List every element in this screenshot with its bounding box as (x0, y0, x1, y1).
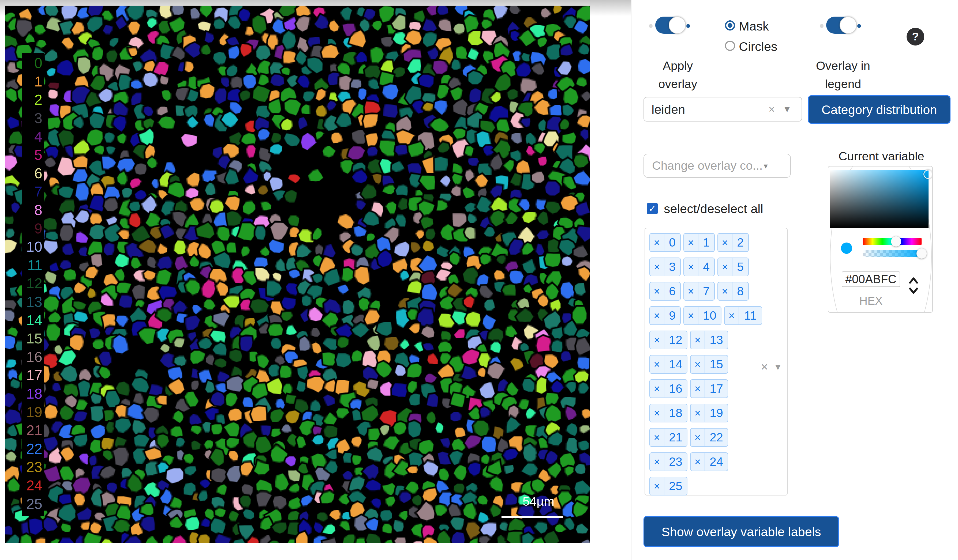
saturation-handle[interactable] (923, 170, 933, 179)
chip-remove-icon[interactable]: × (691, 331, 705, 349)
chip-remove-icon[interactable]: × (691, 453, 705, 471)
chip-value[interactable]: 3 (665, 258, 680, 276)
chip-value[interactable]: 7 (698, 282, 714, 300)
hex-mode-label: HEX (842, 294, 900, 307)
chip-value[interactable]: 14 (665, 356, 687, 373)
overlay-variable-select[interactable]: leiden × ▼ (644, 97, 802, 122)
chip-remove-icon[interactable]: × (691, 404, 705, 422)
chip-remove-icon[interactable]: × (691, 356, 705, 373)
category-chip: ×19 (690, 404, 728, 422)
saturation-square[interactable] (830, 170, 928, 228)
chip-remove-icon[interactable]: × (650, 258, 665, 276)
image-viewer: 0123456789101112131415161718192122232425… (5, 6, 590, 543)
legend-item: 0 (14, 54, 42, 72)
chip-value[interactable]: 19 (705, 404, 728, 422)
mask-radio[interactable] (725, 21, 735, 30)
category-chip: ×0 (649, 233, 681, 252)
chip-value[interactable]: 12 (665, 331, 687, 349)
legend-item: 17 (14, 366, 42, 384)
hex-stepper-buttons[interactable] (909, 276, 918, 297)
chip-remove-icon[interactable]: × (650, 404, 665, 422)
chip-value[interactable]: 2 (733, 234, 748, 252)
chip-remove-icon[interactable]: × (684, 282, 698, 300)
select-all-checkbox[interactable]: ✓ (647, 203, 658, 214)
chip-remove-icon[interactable]: × (650, 380, 665, 397)
select-all-label[interactable]: select/deselect all (664, 201, 763, 216)
chip-remove-icon[interactable]: × (650, 453, 665, 471)
chip-value[interactable]: 16 (665, 380, 687, 397)
cell-segmentation-image[interactable] (5, 6, 590, 543)
category-chip: ×10 (684, 306, 722, 325)
toggle-knob (669, 17, 686, 34)
chip-remove-icon[interactable]: × (650, 429, 665, 446)
category-distribution-button[interactable]: Category distribution (808, 95, 950, 124)
chip-value[interactable]: 13 (705, 331, 728, 349)
overlay-colormap-select[interactable]: Change overlay co... ▾ (644, 153, 791, 178)
chip-remove-icon[interactable]: × (650, 282, 665, 300)
circles-radio[interactable] (725, 41, 735, 51)
help-icon[interactable]: ? (907, 28, 924, 46)
category-chip: ×7 (684, 282, 715, 301)
toggle-on-dot (857, 24, 861, 28)
chip-value[interactable]: 24 (705, 453, 728, 471)
chip-value[interactable]: 11 (739, 307, 761, 324)
apply-overlay-toggle[interactable] (646, 15, 694, 36)
chip-value[interactable]: 25 (665, 477, 687, 495)
circles-radio-label[interactable]: Circles (739, 39, 777, 54)
toggle-knob (840, 17, 857, 34)
chip-remove-icon[interactable]: × (650, 331, 665, 349)
chip-remove-icon[interactable]: × (650, 356, 665, 373)
category-chip: ×18 (649, 404, 687, 422)
chip-remove-icon[interactable]: × (718, 258, 733, 276)
chip-remove-icon[interactable]: × (684, 307, 698, 324)
chip-value[interactable]: 6 (665, 282, 680, 300)
overlay-in-legend-toggle[interactable] (817, 15, 865, 36)
category-chip: ×25 (649, 477, 687, 495)
chip-remove-icon[interactable]: × (684, 258, 698, 276)
category-chip-list: ×0×1×2×3×4×5×6×7×8×9×10×11×12×13×14×15×1… (649, 233, 768, 495)
chevron-down-icon[interactable]: ▼ (774, 362, 782, 372)
legend-item: 9 (14, 219, 42, 237)
chip-remove-icon[interactable]: × (650, 477, 665, 495)
chip-remove-icon[interactable]: × (691, 380, 705, 397)
chip-remove-icon[interactable]: × (718, 282, 733, 300)
overlay-colormap-placeholder: Change overlay co... (644, 159, 763, 172)
alpha-slider-handle[interactable] (917, 248, 927, 259)
chip-remove-icon[interactable]: × (650, 307, 665, 324)
legend-item: 12 (14, 274, 42, 293)
chip-remove-icon[interactable]: × (691, 429, 705, 446)
legend-item: 3 (14, 109, 42, 127)
mask-radio-label[interactable]: Mask (739, 19, 769, 33)
chevron-down-icon[interactable]: ▼ (783, 104, 791, 114)
chip-value[interactable]: 18 (665, 404, 687, 422)
chip-value[interactable]: 4 (698, 258, 714, 276)
chip-value[interactable]: 9 (665, 307, 680, 324)
chip-value[interactable]: 10 (698, 307, 721, 324)
chip-value[interactable]: 21 (665, 429, 687, 446)
show-overlay-variable-labels-button[interactable]: Show overlay variable labels (644, 516, 839, 547)
chip-value[interactable]: 23 (665, 453, 687, 471)
legend-item: 18 (14, 384, 42, 403)
category-chip: ×9 (649, 306, 681, 325)
legend-item: 24 (14, 476, 42, 495)
chip-value[interactable]: 8 (733, 282, 748, 300)
overlay-legend: 0123456789101112131415161718192122232425 (14, 54, 42, 513)
category-chip: ×24 (690, 452, 728, 471)
category-chip: ×22 (690, 428, 728, 447)
chip-remove-icon[interactable]: × (718, 234, 733, 252)
chip-value[interactable]: 22 (705, 429, 728, 446)
clear-selection-icon[interactable]: × (769, 103, 775, 115)
chip-value[interactable]: 5 (733, 258, 748, 276)
chip-remove-icon[interactable]: × (650, 234, 665, 252)
chip-value[interactable]: 1 (698, 234, 714, 252)
category-chip: ×11 (724, 306, 762, 325)
clear-all-icon[interactable]: × (761, 359, 768, 374)
chip-remove-icon[interactable]: × (684, 234, 698, 252)
chip-remove-icon[interactable]: × (725, 307, 739, 324)
chip-value[interactable]: 17 (705, 380, 728, 397)
chip-value[interactable]: 15 (705, 356, 728, 373)
chip-value[interactable]: 0 (665, 234, 680, 252)
hex-input[interactable]: #00ABFC (842, 271, 900, 287)
category-chip: ×16 (649, 379, 687, 398)
alpha-slider[interactable] (863, 250, 922, 257)
